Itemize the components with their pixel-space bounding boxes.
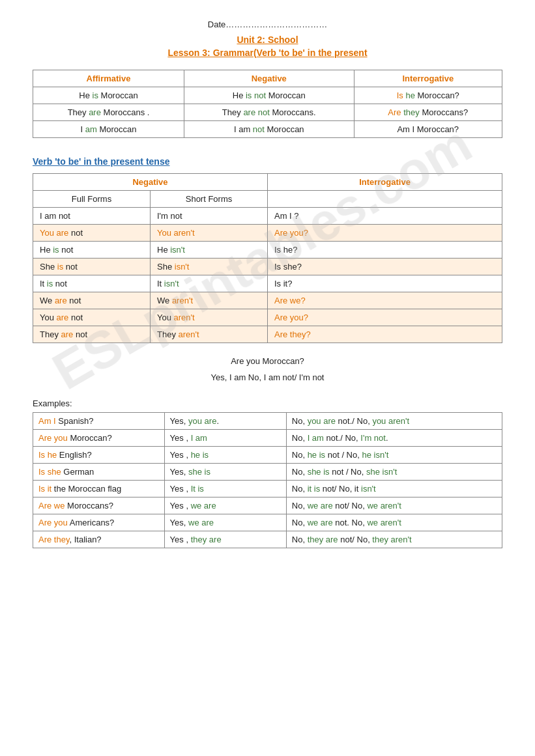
q6: Are we Moroccans? — [33, 497, 165, 514]
int-they2: Are they? — [268, 326, 502, 343]
yes3: Yes , he is — [164, 447, 286, 464]
int-he: Is he Moroccan? — [354, 87, 502, 104]
table-row: Is he English? Yes , he is No, he is not… — [33, 447, 502, 464]
full-he: He is not — [33, 242, 151, 259]
unit-title: Unit 2: School — [33, 35, 502, 45]
int-forms-header — [268, 191, 502, 208]
no1: No, you are not./ No, you aren't — [286, 413, 502, 430]
int-i2: Am I ? — [268, 208, 502, 225]
q2: Are you Moroccan? — [33, 430, 165, 447]
example-question: Are you Moroccan? — [33, 356, 502, 366]
table-row: They are Moroccans . They are not Morocc… — [33, 104, 502, 121]
table-row: You are not You aren't Are you? — [33, 225, 502, 242]
examples-label: Examples: — [33, 399, 502, 408]
table-row: It is not It isn't Is it? — [33, 275, 502, 292]
aff-they: They are Moroccans . — [33, 104, 184, 121]
table-row: I am Moroccan I am not Moroccan Am I Mor… — [33, 121, 502, 138]
date-line: Date……………………………… — [33, 20, 502, 29]
lesson-title: Lesson 3: Grammar(Verb 'to be' in the pr… — [33, 48, 502, 58]
short-you2: You aren't — [151, 309, 268, 326]
neg-header: Negative — [33, 174, 268, 191]
full-we: We are not — [33, 292, 151, 309]
yes7: Yes, we are — [164, 514, 286, 531]
header-interrogative: Interrogative — [354, 70, 502, 87]
int-you: Are you? — [268, 225, 502, 242]
int-they: Are they Moroccans? — [354, 104, 502, 121]
table-row: He is Moroccan He is not Moroccan Is he … — [33, 87, 502, 104]
aff-he: He is Moroccan — [33, 87, 184, 104]
examples-table: Am I Spanish? Yes, you are. No, you are … — [33, 412, 502, 548]
q8: Are they, Italian? — [33, 531, 165, 548]
int-you2: Are you? — [268, 309, 502, 326]
int-he2: Is he? — [268, 242, 502, 259]
full-you2: You are not — [33, 309, 151, 326]
table-row: Am I Spanish? Yes, you are. No, you are … — [33, 413, 502, 430]
short-we: We aren't — [151, 292, 268, 309]
no2: No, I am not./ No, I'm not. — [286, 430, 502, 447]
grammar-table-1: Affirmative Negative Interrogative He is… — [33, 70, 502, 138]
table-row: Are you Moroccan? Yes , I am No, I am no… — [33, 430, 502, 447]
int-i: Am I Moroccan? — [354, 121, 502, 138]
no6: No, we are not/ No, we aren't — [286, 497, 502, 514]
yes6: Yes , we are — [164, 497, 286, 514]
full-they: They are not — [33, 326, 151, 343]
no4: No, she is not / No, she isn't — [286, 464, 502, 481]
table-row: Are you Americans? Yes, we are No, we ar… — [33, 514, 502, 531]
short-you: You aren't — [151, 225, 268, 242]
neg-they: They are not Moroccans. — [184, 104, 354, 121]
short-she: She isn't — [151, 259, 268, 275]
no7: No, we are not. No, we aren't — [286, 514, 502, 531]
no5: No, it is not/ No, it isn't — [286, 481, 502, 497]
yes2: Yes , I am — [164, 430, 286, 447]
q7: Are you Americans? — [33, 514, 165, 531]
date-text: Date……………………………… — [208, 20, 327, 29]
full-you: You are not — [33, 225, 151, 242]
table-row: They are not They aren't Are they? — [33, 326, 502, 343]
full-i: I am not — [33, 208, 151, 225]
full-it: It is not — [33, 275, 151, 292]
short-they: They aren't — [151, 326, 268, 343]
int-we: Are we? — [268, 292, 502, 309]
table-row: Is it the Moroccan flag Yes , It is No, … — [33, 481, 502, 497]
table-row: She is not She isn't Is she? — [33, 259, 502, 275]
table-row: Are they, Italian? Yes , they are No, th… — [33, 531, 502, 548]
q4: Is she German — [33, 464, 165, 481]
table-row: Is she German Yes, she is No, she is not… — [33, 464, 502, 481]
short-forms-header: Short Forms — [151, 191, 268, 208]
table-row: He is not He isn't Is he? — [33, 242, 502, 259]
full-she: She is not — [33, 259, 151, 275]
q3: Is he English? — [33, 447, 165, 464]
yes8: Yes , they are — [164, 531, 286, 548]
table-row: You are not You aren't Are you? — [33, 309, 502, 326]
q1: Am I Spanish? — [33, 413, 165, 430]
yes5: Yes , It is — [164, 481, 286, 497]
short-i: I'm not — [151, 208, 268, 225]
grammar-table-2: Negative Interrogative Full Forms Short … — [33, 173, 502, 343]
full-forms-header: Full Forms — [33, 191, 151, 208]
int-it: Is it? — [268, 275, 502, 292]
int-header: Interrogative — [268, 174, 502, 191]
short-he: He isn't — [151, 242, 268, 259]
short-it: It isn't — [151, 275, 268, 292]
header-negative: Negative — [184, 70, 354, 87]
yes1: Yes, you are. — [164, 413, 286, 430]
table-row: Are we Moroccans? Yes , we are No, we ar… — [33, 497, 502, 514]
q5: Is it the Moroccan flag — [33, 481, 165, 497]
yes4: Yes, she is — [164, 464, 286, 481]
aff-i: I am Moroccan — [33, 121, 184, 138]
no8: No, they are not/ No, they aren't — [286, 531, 502, 548]
neg-he: He is not Moroccan — [184, 87, 354, 104]
table-row: I am not I'm not Am I ? — [33, 208, 502, 225]
int-she: Is she? — [268, 259, 502, 275]
no3: No, he is not / No, he isn't — [286, 447, 502, 464]
neg-i: I am not Moroccan — [184, 121, 354, 138]
table-row: We are not We aren't Are we? — [33, 292, 502, 309]
header-affirmative: Affirmative — [33, 70, 184, 87]
section2-title: Verb 'to be' in the present tense — [33, 156, 502, 167]
example-answers: Yes, I am No, I am not/ I'm not — [33, 372, 502, 382]
